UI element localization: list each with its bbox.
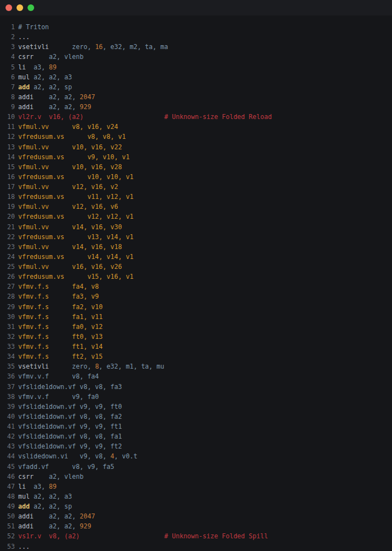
- code-text: mul a2, a2, a3: [18, 73, 72, 81]
- code-line: 40vfslide1down.vf v8, v8, fa2: [0, 412, 392, 422]
- close-button[interactable]: [6, 4, 12, 11]
- line-number: 2: [7, 32, 15, 42]
- code-line: 8addi a2, a2, 2047: [0, 92, 392, 102]
- line-number: 33: [7, 342, 15, 352]
- code-text: vfslide1down.vf v8, v8, fa1: [18, 433, 122, 440]
- code-line: 18vfredusum.vs v11, v12, v1: [0, 192, 392, 202]
- code-line: 47li a3, 89: [0, 482, 392, 491]
- code-text: vfmv.f.s fa3, v9: [18, 293, 99, 300]
- code-text: vfmul.vv v16, v16, v26: [18, 263, 122, 271]
- code-line: 7add a2, a2, sp: [0, 82, 392, 92]
- code-line: 30vfmv.f.s fa1, v11: [0, 312, 392, 322]
- code-text: li a3, 89: [18, 483, 57, 490]
- code-text: csrr a2, vlenb: [18, 473, 84, 480]
- code-text: vl2r.v v16, (a2) # Unknown-size Folded R…: [18, 113, 272, 121]
- line-number: 29: [7, 302, 15, 312]
- code-line: 9addi a2, a2, 929: [0, 102, 392, 112]
- line-number: 52: [7, 531, 15, 541]
- code-text: vfredusum.vs v15, v16, v1: [18, 273, 133, 280]
- line-number: 23: [7, 242, 15, 252]
- code-text: mul a2, a2, a3: [18, 493, 72, 500]
- code-text: vs1r.v v8, (a2) # Unknown-size Folded Sp…: [18, 532, 268, 540]
- code-text: vfmv.f.s ft2, v15: [18, 353, 103, 360]
- code-line: 37vfslide1down.vf v8, v8, fa3: [0, 382, 392, 392]
- code-text: vfmul.vv v8, v16, v24: [18, 123, 118, 131]
- code-line: 20vfredusum.vs v12, v12, v1: [0, 212, 392, 222]
- code-line: 39vfslide1down.vf v9, v9, ft0: [0, 402, 392, 412]
- code-line: 43vfslide1down.vf v9, v9, ft2: [0, 441, 392, 451]
- code-text: add a2, a2, sp: [18, 83, 72, 91]
- code-line: 25vfmul.vv v16, v16, v26: [0, 262, 392, 272]
- line-number: 3: [7, 42, 15, 52]
- code-area: 1# Triton2...3vsetivli zero, 16, e32, m2…: [0, 15, 392, 551]
- code-text: li a3, 89: [18, 63, 57, 71]
- line-number: 46: [7, 472, 15, 482]
- line-number: 24: [7, 252, 15, 262]
- code-line: 24vfredusum.vs v14, v14, v1: [0, 252, 392, 262]
- code-text: vfredusum.vs v14, v14, v1: [18, 253, 133, 261]
- code-line: 32vfmv.f.s ft0, v13: [0, 332, 392, 342]
- line-number: 28: [7, 291, 15, 301]
- code-text: vfmul.vv v10, v16, v22: [18, 143, 122, 151]
- code-text: vfmv.f.s fa2, v10: [18, 303, 103, 311]
- code-text: vslidedown.vi v9, v8, 4, v0.t: [18, 452, 137, 460]
- line-number: 37: [7, 382, 15, 392]
- code-text: vsetivli zero, 16, e32, m2, ta, ma: [18, 43, 168, 51]
- code-line: 2...: [0, 32, 392, 42]
- code-line: 27vfmv.f.s fa4, v8: [0, 282, 392, 291]
- line-number: 50: [7, 511, 15, 521]
- line-number: 9: [7, 102, 15, 112]
- code-line: 12vfredusum.vs v8, v8, v1: [0, 132, 392, 142]
- line-number: 53: [7, 542, 15, 551]
- line-number: 40: [7, 412, 15, 422]
- code-line: 41vfslide1down.vf v9, v9, ft1: [0, 422, 392, 431]
- code-line: 31vfmv.f.s fa0, v12: [0, 322, 392, 332]
- code-text: ...: [18, 543, 30, 550]
- line-number: 35: [7, 361, 15, 371]
- code-line: 46csrr a2, vlenb: [0, 472, 392, 482]
- code-line: 51addi a2, a2, 929: [0, 521, 392, 531]
- line-number: 21: [7, 222, 15, 232]
- code-line: 11vfmul.vv v8, v16, v24: [0, 122, 392, 132]
- code-text: addi a2, a2, 929: [18, 103, 91, 111]
- code-text: vfredusum.vs v10, v10, v1: [18, 173, 133, 181]
- code-text: vfmv.v.f v8, fa4: [18, 372, 99, 380]
- code-line: 53...: [0, 542, 392, 551]
- line-number: 27: [7, 282, 15, 291]
- line-number: 30: [7, 312, 15, 322]
- code-line: 6mul a2, a2, a3: [0, 72, 392, 82]
- code-text: ...: [18, 33, 30, 41]
- code-line: 17vfmul.vv v12, v16, v2: [0, 182, 392, 192]
- line-number: 44: [7, 451, 15, 461]
- code-text: vfredusum.vs v13, v14, v1: [18, 233, 133, 241]
- code-line: 33vfmv.f.s ft1, v14: [0, 342, 392, 352]
- code-text: vfmv.f.s fa4, v8: [18, 283, 99, 290]
- minimize-button[interactable]: [17, 4, 23, 11]
- code-line: 16vfredusum.vs v10, v10, v1: [0, 172, 392, 182]
- zoom-button[interactable]: [28, 4, 34, 11]
- line-number: 22: [7, 232, 15, 242]
- line-number: 6: [7, 72, 15, 82]
- line-number: 1: [7, 22, 15, 32]
- code-text: vfredusum.vs v9, v10, v1: [18, 153, 129, 161]
- code-line: 38vfmv.v.f v9, fa0: [0, 392, 392, 402]
- line-number: 36: [7, 371, 15, 381]
- code-line: 36vfmv.v.f v8, fa4: [0, 371, 392, 381]
- line-number: 8: [7, 92, 15, 102]
- line-number: 51: [7, 521, 15, 531]
- code-line: 23vfmul.vv v14, v16, v18: [0, 242, 392, 252]
- code-text: vfmv.f.s ft1, v14: [18, 343, 103, 350]
- code-text: vfslide1down.vf v9, v9, ft2: [18, 442, 122, 450]
- code-text: vfmv.f.s fa1, v11: [18, 313, 103, 321]
- code-text: vfmv.f.s fa0, v12: [18, 323, 103, 331]
- line-number: 48: [7, 491, 15, 501]
- code-line: 35vsetivli zero, 8, e32, m1, ta, mu: [0, 361, 392, 371]
- code-line: 13vfmul.vv v10, v16, v22: [0, 142, 392, 152]
- code-text: vfredusum.vs v11, v12, v1: [18, 193, 133, 201]
- code-line: 50addi a2, a2, 2047: [0, 511, 392, 521]
- code-line: 45vfadd.vf v8, v9, fa5: [0, 462, 392, 472]
- code-text: addi a2, a2, 2047: [18, 93, 95, 101]
- line-number: 10: [7, 112, 15, 122]
- line-number: 26: [7, 272, 15, 282]
- titlebar: [0, 0, 392, 15]
